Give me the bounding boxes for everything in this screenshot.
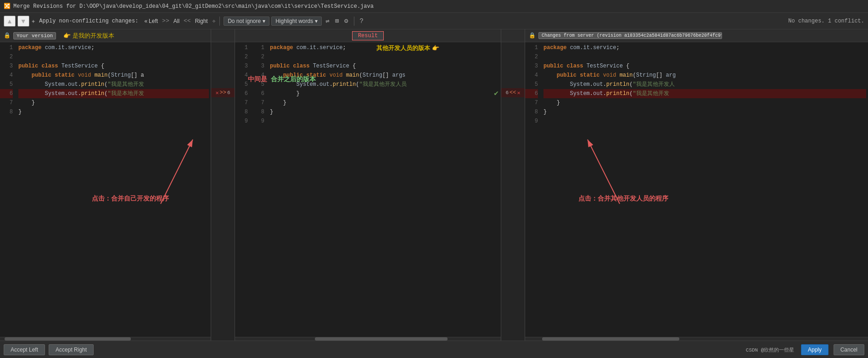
accept-right-button[interactable]: Accept Right	[49, 344, 94, 355]
center-scrollbar[interactable]	[235, 337, 501, 341]
left-arrows-icon: «	[144, 18, 147, 24]
center-line-numbers-left: 1 2 3 4 5 6 7 8 9	[235, 42, 252, 337]
right-line-2	[543, 52, 866, 62]
left-scrollbar-thumb[interactable]	[5, 337, 131, 341]
help-icon[interactable]: ?	[358, 17, 365, 25]
center-code-content[interactable]: package com.it.service; public class Tes…	[268, 42, 492, 337]
window-title: Merge Revisions for D:\OOP\java\develop_…	[13, 3, 374, 10]
do-not-ignore-dropdown[interactable]: Do not ignore ▾	[224, 17, 269, 26]
center-line-6: }	[270, 89, 490, 98]
wand-icon[interactable]: ✧	[212, 17, 216, 25]
center-check-col: ✔	[492, 42, 501, 337]
main-content: 🔒 Your version 👉 是我的开发版本 1 2 3 4 5 6 7 8…	[0, 29, 868, 341]
left-line-4: public static void main(String[] a	[18, 71, 209, 80]
right-line-8: }	[543, 107, 866, 117]
left-label-annotation: 👉 是我的开发版本	[63, 32, 114, 40]
right-code-content[interactable]: package com.it.service; public class Tes…	[542, 42, 868, 337]
right-panel: 🔒 Changes from server (revision a183354c…	[525, 29, 868, 341]
center-line-5: System.out.println("我是其他开发人员	[270, 80, 490, 89]
ctrl-row-6: ✕ >> 6	[211, 88, 235, 97]
left-line-8: }	[18, 107, 209, 117]
right-scrollbar[interactable]	[525, 337, 868, 341]
right-scrollbar-thumb[interactable]	[542, 337, 679, 341]
rctrl-row-1	[501, 42, 525, 51]
right-line-5: System.out.println("我是其他开发人	[543, 80, 866, 89]
ctrl-row-2	[211, 51, 235, 61]
settings-icon[interactable]: ⚙	[342, 17, 350, 25]
reject-right-btn[interactable]: ✕	[517, 90, 520, 96]
center-line-7: }	[270, 98, 490, 107]
left-panel-header: 🔒 Your version 👉 是我的开发版本	[0, 29, 211, 42]
line-num-6-left: 6	[227, 90, 230, 95]
right-code-area[interactable]: 1 2 3 4 5 6 7 8 9 package com.it.service…	[525, 42, 868, 337]
lock-icon: 🔒	[4, 32, 11, 39]
center-line-4: public static void main(String[] args	[270, 71, 490, 80]
left-line-3: public class TestService {	[18, 62, 209, 71]
rctrl-row-8	[501, 106, 525, 116]
left-line-7: }	[18, 98, 209, 107]
center-panel-header: Result	[235, 29, 501, 42]
apply-left-btn[interactable]: « Left	[142, 17, 160, 25]
cancel-button[interactable]: Cancel	[834, 344, 864, 355]
magic-btn[interactable]: ✦	[31, 17, 36, 26]
merge-icon: 🔀	[4, 3, 11, 10]
line-num-6-right: 6	[505, 90, 509, 95]
rctrl-row-6: 6 << ✕	[501, 88, 525, 97]
server-version-badge: Changes from server (revision a183354c2a…	[538, 32, 722, 39]
right-line-9	[543, 117, 866, 126]
lock-icon-right: 🔒	[529, 32, 536, 39]
prev-conflict-btn[interactable]: ▲	[4, 16, 16, 27]
left-code-content[interactable]: package com.it.service; public class Tes…	[17, 42, 211, 337]
ctrl-row-1	[211, 42, 235, 51]
grid-icon[interactable]: ⊞	[333, 17, 341, 25]
left-line-6: System.out.println("我是本地开发	[18, 89, 209, 98]
ctrl-row-4	[211, 70, 235, 79]
right-line-4: public static void main(String[] arg	[543, 71, 866, 80]
chevron-down-icon: ▾	[263, 18, 265, 24]
ctrl-row-7	[211, 97, 235, 106]
accept-left-button[interactable]: Accept Left	[4, 344, 45, 355]
left-code-area[interactable]: 1 2 3 4 5 6 7 8 package com.it.service; …	[0, 42, 211, 337]
left-panel: 🔒 Your version 👉 是我的开发版本 1 2 3 4 5 6 7 8…	[0, 29, 211, 341]
divider-icon: ⇌	[324, 17, 331, 25]
center-line-2	[270, 52, 490, 62]
ctrl-row-9	[211, 116, 235, 125]
right-separator: <<	[184, 17, 191, 24]
reject-left-btn[interactable]: ✕	[215, 90, 218, 96]
accept-left-btn[interactable]: >>	[220, 90, 226, 96]
rctrl-row-2	[501, 51, 525, 61]
highlight-words-dropdown[interactable]: Highlight words ▾	[271, 17, 322, 26]
left-ctrl-header	[211, 29, 235, 42]
right-ctrl-header	[501, 29, 525, 42]
ctrl-row-3	[211, 61, 235, 70]
accept-right-btn[interactable]: <<	[510, 90, 516, 96]
bottom-bar: Accept Left Accept Right CSDN @欣然的一些星 Ap…	[0, 341, 868, 358]
sep1	[219, 17, 220, 26]
rctrl-row-3	[501, 61, 525, 70]
apply-all-btn[interactable]: All	[171, 17, 182, 25]
right-panel-header: 🔒 Changes from server (revision a183354c…	[525, 29, 868, 42]
chevron-down-icon2: ▾	[315, 18, 318, 24]
right-line-1: package com.it.service;	[543, 43, 866, 52]
next-conflict-btn[interactable]: ▼	[17, 16, 29, 27]
left-line-5: System.out.println("我是其他开发	[18, 80, 209, 89]
right-line-7: }	[543, 98, 866, 107]
rctrl-row-5	[501, 79, 525, 88]
resolved-checkmark: ✔	[494, 89, 498, 98]
left-scrollbar[interactable]	[0, 337, 211, 341]
center-line-numbers-right: 1 2 3 4 5 6 7 8 9	[252, 42, 268, 337]
ctrl-row-5	[211, 79, 235, 88]
center-line-1: package com.it.service;	[270, 43, 490, 52]
rctrl-row-9	[501, 116, 525, 125]
right-line-6: System.out.println("我是其他开发	[543, 89, 866, 98]
apply-button[interactable]: Apply	[801, 344, 829, 355]
center-line-8: }	[270, 107, 490, 117]
toolbar: ▲ ▼ ✦ Apply non-conflicting changes: « L…	[0, 13, 868, 29]
apply-right-btn[interactable]: Right	[193, 17, 210, 25]
center-scrollbar-thumb[interactable]	[315, 337, 448, 341]
center-code-area[interactable]: 1 2 3 4 5 6 7 8 9 1 2 3 4 5 6 7 8 9	[235, 42, 501, 337]
left-line-2	[18, 52, 209, 62]
your-version-badge: Your version	[13, 32, 56, 39]
left-line-numbers: 1 2 3 4 5 6 7 8	[0, 42, 17, 337]
title-bar: 🔀 Merge Revisions for D:\OOP\java\develo…	[0, 0, 868, 13]
